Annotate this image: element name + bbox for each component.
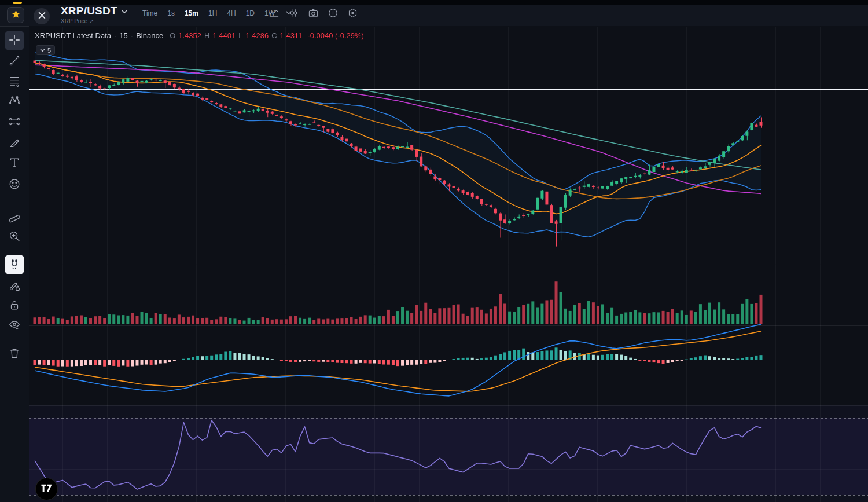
tradingview-logo[interactable] [35,478,58,500]
indicators-collapse-button[interactable]: 5 [36,45,55,55]
timeframe-1d[interactable]: 1D [246,9,255,17]
legend-exchange: Binance [136,31,163,40]
draw-unlock-tool-button[interactable] [5,276,24,296]
top-accent-dash [13,2,22,4]
caret-down-icon [40,49,45,52]
indicators-icon[interactable] [288,8,299,19]
timeframe-4h[interactable]: 4H [227,9,236,17]
symbol-caret-icon [122,6,127,16]
chart-style-icon[interactable] [269,8,279,19]
legend-separator: · [131,31,133,40]
top-toolbar: XRP/USDT XRP Price ↗ Time1s15m1H4H1D1W [0,0,868,27]
high-value: 1.4401 [212,31,236,40]
star-icon [11,9,21,21]
trash-tool-button[interactable] [5,344,24,364]
collapse-count: 5 [47,47,51,54]
change-value: -0.0040 (-0.29%) [307,31,364,40]
emoji-tool-button[interactable] [5,175,24,195]
chart-area: XRPUSDT Latest Data · 15 · Binance O 1.4… [29,26,868,502]
low-label: L [238,31,242,40]
legend-interval: 15 [119,31,127,40]
ruler-tool-button[interactable] [5,207,24,227]
timeframe-1s[interactable]: 1s [167,9,175,17]
xabcd-pattern-icon [8,94,21,108]
lock-icon [8,299,21,313]
close-value: 1.4311 [280,31,303,40]
eye-icon [8,318,21,333]
chart-legend[interactable]: XRPUSDT Latest Data · 15 · Binance O 1.4… [35,31,364,40]
symbol-subtitle[interactable]: XRP Price [61,18,87,24]
camera-icon[interactable] [308,8,319,19]
legend-separator: · [114,31,116,40]
symbol-block[interactable]: XRP/USDT XRP Price ↗ [61,5,127,24]
ruler-icon [8,210,21,225]
forecast-icon [8,115,21,130]
brush-icon [8,137,21,151]
low-value: 1.4286 [245,31,269,40]
forecast-tool-button[interactable] [5,112,24,132]
emoji-icon [8,178,21,192]
close-icon [38,12,46,21]
trend-line-tool-button[interactable] [5,52,24,71]
chart-canvas[interactable] [29,26,868,502]
toolbar-separator [7,204,22,204]
timeframe-15m[interactable]: 15m [185,9,198,17]
magnet-icon [8,258,21,272]
open-label: O [170,31,175,40]
header-icons [269,0,358,26]
brush-tool-button[interactable] [5,134,24,153]
trash-icon [8,347,21,361]
lock-tool-button[interactable] [5,296,24,316]
drawing-toolbar [0,27,30,502]
crosshair-icon [8,34,21,48]
symbol-title[interactable]: XRP/USDT [61,5,117,17]
tradingview-logo-icon [41,484,52,494]
magnet-tool-button[interactable] [5,255,24,274]
timeframe-1h[interactable]: 1H [208,9,217,17]
external-link-icon: ↗ [89,18,94,24]
pencil-unlock-icon [8,279,21,294]
xabcd-pattern-tool-button[interactable] [5,91,24,111]
settings-icon[interactable] [347,8,358,19]
browser-top-strip [0,0,868,5]
text-icon [8,156,21,171]
hide-drawings-tool-button[interactable] [5,316,24,335]
close-button[interactable] [34,8,50,24]
timeframe-time[interactable]: Time [142,9,157,17]
trading-app: XRP/USDT XRP Price ↗ Time1s15m1H4H1D1W [0,0,868,502]
legend-title: XRPUSDT Latest Data [35,31,111,40]
open-value: 1.4352 [178,31,201,40]
add-circle-icon[interactable] [328,8,339,19]
favorites-star-button[interactable] [7,7,24,23]
fib-retracement-tool-button[interactable] [5,72,24,91]
crosshair-tool-button[interactable] [5,31,24,50]
high-label: H [204,31,209,40]
zoom-in-tool-button[interactable] [5,227,24,247]
toolbar-separator [7,340,22,340]
text-tool-button[interactable] [5,153,24,173]
fib-retracement-icon [8,75,21,89]
zoom-in-icon [8,230,21,244]
trend-line-icon [8,54,21,69]
close-label: C [271,31,277,40]
